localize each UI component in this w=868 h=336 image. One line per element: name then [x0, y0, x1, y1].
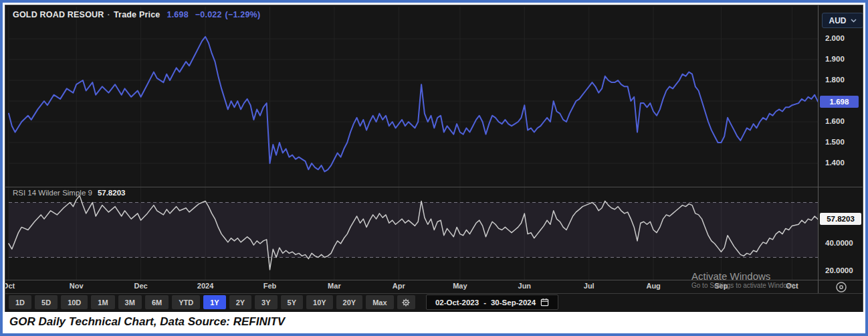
price-tick-2.000: 2.000: [825, 34, 863, 42]
price-change: −0.022: [189, 10, 222, 19]
x-axis-label-Nov: Nov: [70, 282, 84, 290]
price-change-percent: (−1.29%): [222, 10, 261, 19]
chevron-down-icon: [851, 19, 857, 23]
jump-to-latest-button[interactable]: [835, 280, 848, 294]
range-button-20Y[interactable]: 20Y: [336, 295, 363, 309]
range-button-5D[interactable]: 5D: [35, 295, 58, 309]
x-axis-label-Feb: Feb: [263, 282, 277, 290]
x-axis-label-Oct: Oct: [786, 282, 798, 290]
range-button-6M[interactable]: 6M: [145, 295, 169, 309]
rsi-label: RSI 14 Wilder Simple 9: [13, 189, 92, 197]
caption-text: GOR Daily Technical Chart, Data Source: …: [9, 315, 285, 329]
x-axis-label-Mar: Mar: [328, 282, 341, 290]
x-axis-label-Jul: Jul: [584, 282, 594, 290]
rsi-value: 57.8203: [92, 189, 126, 197]
range-button-YTD[interactable]: YTD: [172, 295, 200, 309]
currency-label: AUD: [829, 16, 847, 25]
date-from: 02-Oct-2023: [435, 299, 479, 307]
range-settings-button[interactable]: [397, 295, 415, 309]
range-button-1M[interactable]: 1M: [91, 295, 114, 309]
price-pane-header: GOLD ROAD RESOUR·Trade Price1.698−0.022(…: [13, 10, 260, 19]
screenshot-frame: GOLD ROAD RESOUR·Trade Price1.698−0.022(…: [0, 0, 868, 336]
header-separator: ·: [104, 10, 114, 19]
date-range-separator: -: [483, 299, 486, 307]
rsi-tick-20.0000: 20.0000: [825, 266, 863, 274]
range-button-1D[interactable]: 1D: [9, 295, 31, 309]
x-axis-label-Sep: Sep: [714, 282, 728, 290]
period-toolbar: 1D5D10D1M3M6MYTD1Y2Y3Y5Y10Y20YMax: [9, 295, 415, 309]
date-to: 30-Sep-2024: [491, 299, 536, 307]
rsi-value-badge: 57.8203: [820, 213, 861, 225]
currency-dropdown[interactable]: AUD: [822, 13, 863, 28]
price-tick-1.500: 1.500: [825, 138, 863, 146]
x-axis-label-Oct: Oct: [5, 282, 15, 290]
rsi-pane-header: RSI 14 Wilder Simple 957.8203: [13, 189, 125, 197]
range-button-5Y[interactable]: 5Y: [281, 295, 303, 309]
date-range-picker[interactable]: 02-Oct-2023 - 30-Sep-2024: [426, 295, 558, 310]
gear-icon: [401, 297, 411, 308]
range-button-Max[interactable]: Max: [366, 295, 393, 309]
range-button-10Y[interactable]: 10Y: [306, 295, 333, 309]
x-axis-label-Dec: Dec: [134, 282, 148, 290]
rsi-tick-40.0000: 40.0000: [825, 239, 863, 247]
last-price: 1.698: [160, 10, 189, 19]
target-icon: [835, 280, 848, 294]
x-axis-label-Jun: Jun: [518, 282, 532, 290]
chart-application: GOLD ROAD RESOUR·Trade Price1.698−0.022(…: [5, 5, 863, 312]
price-tick-1.800: 1.800: [825, 76, 863, 84]
price-tick-1.900: 1.900: [825, 55, 863, 63]
instrument-name: GOLD ROAD RESOUR: [13, 10, 104, 19]
x-axis-label-May: May: [453, 282, 467, 290]
range-button-3Y[interactable]: 3Y: [255, 295, 277, 309]
range-button-3M[interactable]: 3M: [118, 295, 142, 309]
price-tick-1.600: 1.600: [825, 117, 863, 125]
price-tick-1.400: 1.400: [825, 159, 863, 167]
range-button-2Y[interactable]: 2Y: [229, 295, 251, 309]
series-type-label: Trade Price: [114, 10, 160, 19]
x-axis-label-Apr: Apr: [393, 282, 405, 290]
x-axis-label-2024: 2024: [197, 282, 213, 290]
caption-bar: GOR Daily Technical Chart, Data Source: …: [5, 312, 863, 331]
range-button-10D[interactable]: 10D: [61, 295, 88, 309]
current-price-badge: 1.698: [820, 96, 859, 108]
calendar-icon[interactable]: [540, 298, 549, 307]
range-button-1Y[interactable]: 1Y: [203, 295, 225, 309]
chart-canvas[interactable]: [5, 5, 863, 312]
x-axis-label-Aug: Aug: [646, 282, 660, 290]
